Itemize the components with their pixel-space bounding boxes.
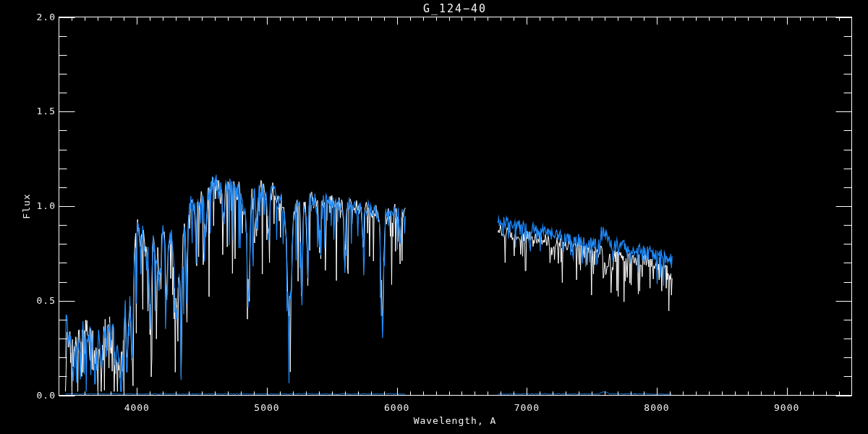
plot-window: G_124−40 Flux Wavelength, A 2.01.51.00.5… xyxy=(0,0,868,434)
y-tick-label: 1.0 xyxy=(22,200,56,211)
x-tick-label: 9000 xyxy=(765,402,809,413)
x-tick-label: 6000 xyxy=(375,402,419,413)
spectrum-canvas xyxy=(0,0,868,434)
y-tick-label: 0.5 xyxy=(22,295,56,306)
plot-title: G_124−40 xyxy=(59,2,851,15)
x-tick-label: 7000 xyxy=(505,402,548,413)
x-tick-label: 5000 xyxy=(245,402,289,413)
x-tick-label: 4000 xyxy=(115,402,158,413)
x-tick-label: 8000 xyxy=(635,402,678,413)
x-axis-label: Wavelength, A xyxy=(59,415,851,426)
y-tick-label: 1.5 xyxy=(22,106,56,116)
y-tick-label: 0.0 xyxy=(22,390,56,401)
y-tick-label: 2.0 xyxy=(22,12,56,22)
